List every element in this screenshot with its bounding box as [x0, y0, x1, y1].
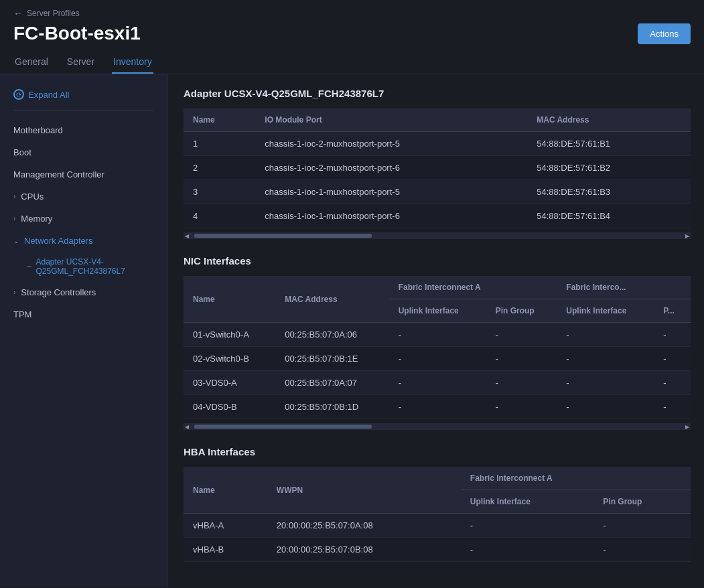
adapter-section: Adapter UCSX-V4-Q25GML_FCH243876L7 Name … — [184, 88, 691, 239]
cell-fab-b-pin: - — [654, 371, 691, 395]
main-layout: ⟳ Expand All Motherboard Boot Management… — [0, 74, 704, 587]
adapter-table: Name IO Module Port MAC Address 1 chassi… — [184, 108, 691, 228]
table-row: 4 chassis-1-ioc-1-muxhostport-port-6 54:… — [184, 204, 691, 228]
cell-mac-address: 54:88:DE:57:61:B1 — [527, 132, 691, 156]
nic-scrollbar-thumb — [194, 425, 372, 429]
sidebar-item-label: Memory — [21, 214, 52, 224]
nic-fab-a-header: Fabric Interconnect A — [389, 276, 557, 299]
table-row: 03-VDS0-A 00:25:B5:07:0A:07 - - - - — [184, 371, 691, 395]
hba-fab-a-uplink: Uplink Interface — [461, 490, 593, 514]
hba-table-wrapper[interactable]: Name WWPN Fabric Interconnect A Uplink I… — [184, 467, 691, 562]
table-row: 04-VDS0-B 00:25:B5:07:0B:1D - - - - — [184, 395, 691, 419]
chevron-right-icon: › — [13, 289, 15, 296]
nic-fab-a-uplink: Uplink Interface — [389, 299, 486, 323]
table-row: vHBA-A 20:00:00:25:B5:07:0A:08 - - — [184, 514, 691, 538]
cell-fab-b-pin: - — [654, 395, 691, 419]
cell-name: 1 — [184, 132, 255, 156]
sidebar-item-storage-controllers[interactable]: › Storage Controllers — [0, 281, 167, 303]
nic-scrollbar[interactable] — [184, 423, 691, 430]
sidebar-sub-item-label: Adapter UCSX-V4-Q25GML_FCH243876L7 — [36, 257, 153, 276]
cell-fab-a-uplink: - — [461, 514, 593, 538]
cell-mac: 00:25:B5:07:0B:1D — [275, 395, 389, 419]
hba-fab-a-pin: Pin Group — [593, 490, 691, 514]
cell-mac: 00:25:B5:07:0A:07 — [275, 371, 389, 395]
nic-col-mac: MAC Address — [275, 276, 389, 323]
nic-fab-a-pin: Pin Group — [486, 299, 557, 323]
cell-mac-address: 54:88:DE:57:61:B2 — [527, 156, 691, 180]
adapter-col-name: Name — [184, 108, 255, 132]
nic-section-title: NIC Interfaces — [184, 255, 691, 267]
back-link[interactable]: ← Server Profiles — [13, 8, 691, 19]
hba-table: Name WWPN Fabric Interconnect A Uplink I… — [184, 467, 691, 562]
sidebar-item-cpus[interactable]: › CPUs — [0, 186, 167, 208]
cell-fab-a-pin: - — [486, 347, 557, 371]
hba-fab-a-header: Fabric Interconnect A — [461, 467, 691, 490]
sidebar-item-label: Management Controller — [13, 169, 104, 179]
sidebar-item-label: TPM — [13, 309, 31, 319]
cell-mac-address: 54:88:DE:57:61:B4 — [527, 204, 691, 228]
hba-section: HBA Interfaces Name WWPN Fabric Intercon… — [184, 446, 691, 562]
sidebar-item-tpm[interactable]: TPM — [0, 303, 167, 325]
table-row: vHBA-B 20:00:00:25:B5:07:0B:08 - - — [184, 538, 691, 562]
cell-name: 01-vSwitch0-A — [184, 323, 275, 347]
cell-fab-a-uplink: - — [461, 538, 593, 562]
sidebar-divider — [13, 111, 153, 111]
nic-table-wrapper[interactable]: Name MAC Address Fabric Interconnect A F… — [184, 276, 691, 419]
expand-all-button[interactable]: ⟳ Expand All — [0, 85, 167, 108]
chevron-down-icon: ⌄ — [13, 237, 19, 244]
expand-all-icon: ⟳ — [13, 89, 24, 100]
nic-table: Name MAC Address Fabric Interconnect A F… — [184, 276, 691, 419]
table-row: 2 chassis-1-ioc-2-muxhostport-port-6 54:… — [184, 156, 691, 180]
nic-fab-b-uplink: Uplink Interface — [557, 299, 654, 323]
adapter-table-wrapper[interactable]: Name IO Module Port MAC Address 1 chassi… — [184, 108, 691, 228]
sidebar-item-label: Network Adapters — [24, 236, 93, 246]
adapter-scrollbar[interactable] — [184, 232, 691, 239]
cell-io-module-port: chassis-1-ioc-2-muxhostport-port-5 — [255, 132, 527, 156]
cell-fab-b-uplink: - — [557, 323, 654, 347]
hba-col-name: Name — [184, 467, 267, 514]
cell-fab-b-uplink: - — [557, 395, 654, 419]
cell-name: 04-VDS0-B — [184, 395, 275, 419]
cell-fab-a-pin: - — [486, 323, 557, 347]
sidebar-item-memory[interactable]: › Memory — [0, 208, 167, 230]
tab-general[interactable]: General — [13, 51, 50, 74]
content-area: Adapter UCSX-V4-Q25GML_FCH243876L7 Name … — [167, 74, 704, 587]
cell-wwpn: 20:00:00:25:B5:07:0A:08 — [267, 514, 461, 538]
cell-fab-a-pin: - — [593, 514, 691, 538]
cell-mac: 00:25:B5:07:0A:06 — [275, 323, 389, 347]
sidebar-item-management-controller[interactable]: Management Controller — [0, 163, 167, 186]
table-row: 02-vSwitch0-B 00:25:B5:07:0B:1E - - - - — [184, 347, 691, 371]
adapter-section-title: Adapter UCSX-V4-Q25GML_FCH243876L7 — [184, 88, 691, 99]
sidebar-item-motherboard[interactable]: Motherboard — [0, 119, 167, 141]
cell-fab-a-pin: - — [486, 371, 557, 395]
actions-button[interactable]: Actions — [638, 23, 691, 44]
sidebar-item-label: Storage Controllers — [21, 287, 96, 297]
cell-io-module-port: chassis-1-ioc-1-muxhostport-port-6 — [255, 204, 527, 228]
sidebar-item-label: Boot — [13, 147, 31, 157]
cell-fab-a-uplink: - — [389, 347, 486, 371]
cell-name: 3 — [184, 180, 255, 204]
sidebar-item-network-adapters[interactable]: ⌄ Network Adapters — [0, 230, 167, 252]
cell-wwpn: 20:00:00:25:B5:07:0B:08 — [267, 538, 461, 562]
cell-fab-a-uplink: - — [389, 323, 486, 347]
chevron-right-icon: › — [13, 193, 15, 200]
cell-mac: 00:25:B5:07:0B:1E — [275, 347, 389, 371]
tab-server[interactable]: Server — [66, 51, 96, 74]
sidebar-item-boot[interactable]: Boot — [0, 141, 167, 163]
sidebar: ⟳ Expand All Motherboard Boot Management… — [0, 74, 167, 587]
back-label: Server Profiles — [27, 9, 80, 18]
table-row: 1 chassis-1-ioc-2-muxhostport-port-5 54:… — [184, 132, 691, 156]
sidebar-sub-item-adapter[interactable]: Adapter UCSX-V4-Q25GML_FCH243876L7 — [0, 252, 167, 281]
sub-connector-line — [27, 267, 31, 267]
cell-fab-a-pin: - — [593, 538, 691, 562]
cell-name: vHBA-B — [184, 538, 267, 562]
hba-section-title: HBA Interfaces — [184, 446, 691, 457]
cell-mac-address: 54:88:DE:57:61:B3 — [527, 180, 691, 204]
tab-inventory[interactable]: Inventory — [112, 51, 153, 74]
adapter-col-mac: MAC Address — [527, 108, 691, 132]
nic-section: NIC Interfaces Name MAC Address Fabric I… — [184, 255, 691, 430]
back-arrow-icon: ← — [13, 8, 23, 19]
cell-fab-a-pin: - — [486, 395, 557, 419]
sidebar-item-label: Motherboard — [13, 125, 63, 135]
header-top: FC-Boot-esxi1 Actions — [13, 23, 691, 44]
